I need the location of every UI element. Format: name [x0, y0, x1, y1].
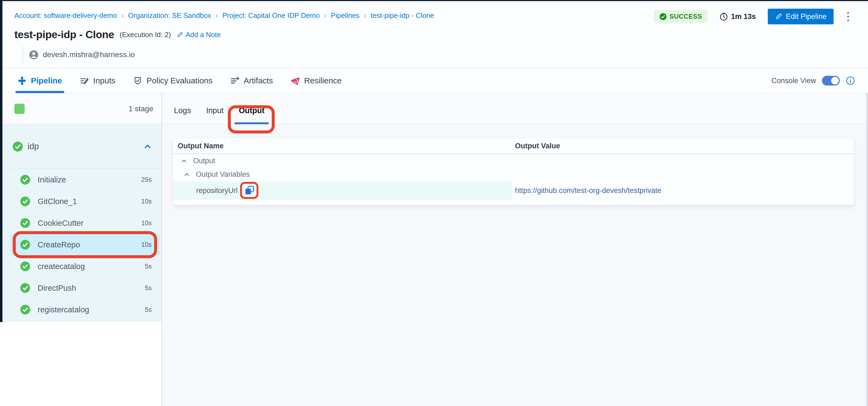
chevron-up-icon: [184, 171, 190, 177]
check-circle-icon: [20, 240, 30, 249]
stage-count-label: 1 stage: [128, 104, 153, 113]
step-row-createcatalog[interactable]: createcatalog 5s: [2, 256, 161, 277]
copy-button[interactable]: [244, 184, 255, 197]
step-row-initialize[interactable]: Initialize 25s: [2, 169, 161, 191]
edit-pipeline-label: Edit Pipeline: [786, 12, 827, 21]
tab-inputs[interactable]: Inputs: [80, 68, 116, 93]
check-circle-icon: [13, 141, 23, 151]
stage-row-idp[interactable]: idp: [2, 124, 161, 169]
variable-name: repositoryUrl: [196, 187, 238, 195]
selected-step-highlight: [10, 234, 160, 256]
pipeline-icon: [18, 76, 27, 85]
tab-artifacts[interactable]: Artifacts: [230, 68, 273, 93]
tab-label: Input: [206, 106, 224, 115]
chevron-up-icon: [181, 158, 187, 164]
execution-id-label: (Execution Id: 2): [120, 31, 171, 39]
status-badge: SUCCESS: [654, 10, 707, 23]
step-name: Initialize: [38, 175, 66, 184]
tab-label: Artifacts: [244, 76, 273, 85]
execution-duration: 1m 13s: [719, 12, 756, 21]
artifacts-icon: [230, 76, 239, 85]
add-note-link[interactable]: Add a Note: [176, 31, 221, 39]
console-view-toggle[interactable]: [822, 76, 840, 86]
collapse-stage-chevron-up-icon[interactable]: [144, 142, 152, 150]
tab-resilience[interactable]: Resilience: [291, 68, 342, 93]
output-table-card: Output Name Output Value Output Output V…: [173, 138, 854, 205]
edit-pipeline-button[interactable]: Edit Pipeline: [768, 9, 834, 24]
scrollbar-track[interactable]: [866, 93, 868, 406]
table-group-row-output[interactable]: Output: [173, 154, 854, 168]
step-row-cookiecutter[interactable]: CookieCutter 10s: [2, 212, 161, 234]
tab-label: Logs: [174, 106, 191, 115]
stage-status-square: [14, 104, 25, 114]
user-avatar-icon: [29, 50, 38, 60]
page-title: test-pipe-idp - Clone: [14, 29, 114, 41]
chevron-right-icon: ›: [121, 12, 124, 19]
group-label: Output Variables: [196, 170, 250, 179]
pencil-icon: [176, 31, 183, 38]
step-name: CookieCutter: [38, 219, 84, 228]
step-duration: 5s: [145, 306, 152, 313]
copy-icon: [244, 184, 255, 197]
step-row-gitclone[interactable]: GitClone_1 10s: [2, 191, 161, 212]
tab-label: Pipeline: [31, 76, 62, 85]
tab-label: Resilience: [304, 76, 342, 85]
step-name: registercatalog: [38, 305, 89, 314]
chevron-right-icon: ›: [215, 12, 218, 19]
step-row-registercatalog[interactable]: registercatalog 5s: [2, 299, 161, 320]
breadcrumb: Account: software-delivery-demo › Organi…: [14, 11, 434, 20]
step-row-createrepo[interactable]: CreateRepo 10s: [2, 234, 161, 256]
status-badge-label: SUCCESS: [670, 13, 702, 20]
execution-title-row: test-pipe-idp - Clone (Execution Id: 2) …: [14, 29, 221, 41]
inputs-icon: [80, 76, 89, 85]
repository-url-link[interactable]: https://github.com/test-org-devesh/testp…: [515, 187, 661, 195]
breadcrumb-account[interactable]: Account: software-delivery-demo: [14, 11, 117, 20]
collapsed-nav-rail: [0, 1, 2, 322]
step-detail-content: Output Name Output Value Output Output V…: [162, 124, 866, 406]
table-group-row-output-variables[interactable]: Output Variables: [173, 168, 854, 181]
check-circle-icon: [20, 262, 30, 271]
check-circle-icon: [20, 305, 30, 314]
check-circle-icon: [20, 218, 30, 228]
check-circle-icon: [20, 197, 30, 206]
output-name-cell: repositoryUrl: [173, 181, 512, 200]
breadcrumb-execution[interactable]: test-pipe-idp - Clone: [371, 11, 434, 20]
column-header-output-value: Output Value: [512, 142, 560, 150]
step-duration: 10s: [141, 198, 152, 205]
step-name: DirectPush: [38, 284, 76, 293]
add-note-label: Add a Note: [186, 31, 221, 39]
tab-label: Inputs: [93, 76, 116, 85]
output-value-cell: https://github.com/test-org-devesh/testp…: [512, 181, 661, 200]
clock-icon: [719, 12, 728, 21]
step-duration: 25s: [141, 176, 152, 183]
step-name: CreateRepo: [38, 240, 80, 249]
resilience-chaos-icon: [291, 76, 300, 85]
tab-input[interactable]: Input: [206, 97, 224, 124]
check-circle-icon: [20, 175, 30, 184]
shield-check-icon: [133, 76, 142, 85]
breadcrumb-pipelines[interactable]: Pipelines: [331, 11, 360, 20]
step-row-directpush[interactable]: DirectPush 5s: [2, 277, 161, 299]
group-label: Output: [193, 157, 215, 165]
tab-pipeline[interactable]: Pipeline: [18, 68, 62, 93]
breadcrumb-organization[interactable]: Organization: SE Sandbox: [128, 11, 211, 20]
tab-policy-evaluations[interactable]: Policy Evaluations: [133, 68, 212, 93]
info-icon[interactable]: [846, 76, 855, 85]
step-name: GitClone_1: [38, 197, 77, 206]
breadcrumb-project[interactable]: Project: Capital One IDP Demo: [222, 11, 320, 20]
more-options-menu-icon[interactable]: [845, 10, 851, 23]
step-duration: 5s: [145, 263, 152, 270]
stage-name-label: idp: [28, 141, 39, 151]
tab-output[interactable]: Output: [239, 97, 265, 124]
step-duration: 10s: [141, 241, 152, 248]
console-view-control: Console View: [771, 68, 855, 93]
user-email: devesh.mishra@harness.io: [43, 50, 135, 59]
tab-logs[interactable]: Logs: [174, 97, 191, 124]
header-actions: SUCCESS 1m 13s Edit Pipeline: [654, 8, 851, 25]
column-header-output-name: Output Name: [173, 142, 512, 150]
tab-label: Output: [239, 106, 265, 115]
stage-summary-row: 1 stage: [2, 93, 161, 124]
table-header-row: Output Name Output Value: [173, 138, 854, 154]
toggle-knob: [831, 77, 839, 84]
chevron-right-icon: ›: [324, 12, 327, 19]
